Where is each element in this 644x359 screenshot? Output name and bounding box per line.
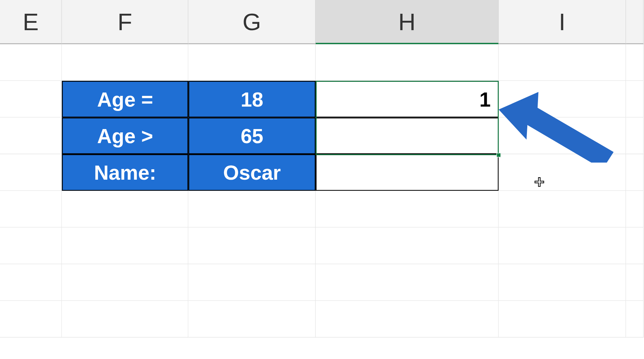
- cell-G3-value[interactable]: 65: [188, 118, 316, 154]
- cell-J3[interactable]: [626, 118, 644, 154]
- cell-F3-label[interactable]: Age >: [62, 118, 189, 154]
- cell-I7[interactable]: [499, 264, 626, 301]
- cell-I3[interactable]: [499, 118, 626, 154]
- cell-G7[interactable]: [188, 264, 316, 301]
- cell-E7[interactable]: [0, 264, 62, 301]
- cell-E4[interactable]: [0, 154, 62, 191]
- cell-H2-result[interactable]: 1: [316, 81, 499, 117]
- cell-H1[interactable]: [316, 44, 499, 81]
- column-header-I[interactable]: I: [499, 0, 626, 44]
- fill-handle[interactable]: [496, 153, 501, 157]
- cell-G4-value[interactable]: Oscar: [188, 154, 316, 191]
- cell-I4[interactable]: [499, 154, 626, 191]
- cell-I8[interactable]: [499, 301, 626, 338]
- cell-G8[interactable]: [188, 301, 316, 338]
- cell-F6[interactable]: [62, 228, 189, 264]
- cell-H8[interactable]: [316, 301, 499, 338]
- cell-E1[interactable]: [0, 44, 62, 81]
- spreadsheet-container: E F G H I Age = 18 1 Age > 65: [0, 0, 644, 359]
- cell-I6[interactable]: [499, 228, 626, 264]
- cell-J6[interactable]: [626, 228, 644, 264]
- grid-row-2: Age = 18 1: [0, 81, 644, 117]
- column-header-row: E F G H I: [0, 0, 644, 44]
- cell-J2[interactable]: [626, 81, 644, 117]
- cell-H5[interactable]: [316, 191, 499, 227]
- cell-F8[interactable]: [62, 301, 189, 338]
- cell-J1[interactable]: [626, 44, 644, 81]
- cell-F7[interactable]: [62, 264, 189, 301]
- cell-J4[interactable]: [626, 154, 644, 191]
- cell-H4-result[interactable]: [316, 154, 499, 191]
- column-header-H[interactable]: H: [316, 0, 499, 44]
- cell-J7[interactable]: [626, 264, 644, 301]
- cell-E3[interactable]: [0, 118, 62, 154]
- cell-H3-result[interactable]: [316, 118, 499, 154]
- cell-F5[interactable]: [62, 191, 189, 227]
- cell-E2[interactable]: [0, 81, 62, 117]
- cell-I2[interactable]: [499, 81, 626, 117]
- grid-body: Age = 18 1 Age > 65 Name: Oscar: [0, 44, 644, 338]
- cell-G1[interactable]: [188, 44, 316, 81]
- cell-H7[interactable]: [316, 264, 499, 301]
- grid-row-4: Name: Oscar: [0, 154, 644, 191]
- cell-J5[interactable]: [626, 191, 644, 227]
- cell-G2-value[interactable]: 18: [188, 81, 316, 117]
- cell-G5[interactable]: [188, 191, 316, 227]
- cell-I1[interactable]: [499, 44, 626, 81]
- cell-H6[interactable]: [316, 228, 499, 264]
- cell-E8[interactable]: [0, 301, 62, 338]
- cell-E5[interactable]: [0, 191, 62, 227]
- column-header-F[interactable]: F: [62, 0, 189, 44]
- grid-row-6: [0, 228, 644, 264]
- grid-row-5: [0, 191, 644, 227]
- cell-I5[interactable]: [499, 191, 626, 227]
- cell-G6[interactable]: [188, 228, 316, 264]
- column-header-E[interactable]: E: [0, 0, 62, 44]
- column-header-G[interactable]: G: [188, 0, 316, 44]
- grid-row-7: [0, 264, 644, 301]
- cell-E6[interactable]: [0, 228, 62, 264]
- cell-J8[interactable]: [626, 301, 644, 338]
- grid-row-1: [0, 44, 644, 81]
- cell-F1[interactable]: [62, 44, 189, 81]
- grid-row-8: [0, 301, 644, 338]
- column-header-J[interactable]: [626, 0, 644, 44]
- cell-F2-label[interactable]: Age =: [62, 81, 189, 117]
- grid-row-3: Age > 65: [0, 118, 644, 154]
- cell-F4-label[interactable]: Name:: [62, 154, 189, 191]
